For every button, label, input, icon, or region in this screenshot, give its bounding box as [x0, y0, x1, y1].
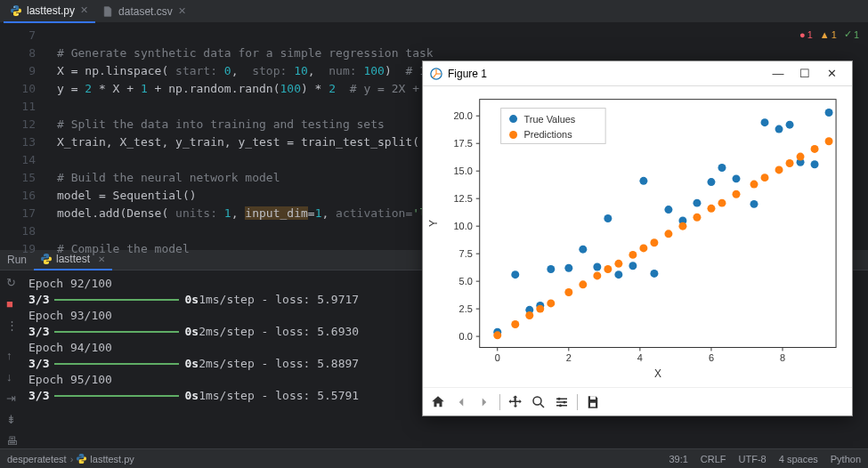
weak-warning-count[interactable]: ✓1 [844, 28, 859, 40]
svg-point-73 [664, 230, 672, 238]
svg-point-84 [811, 145, 819, 153]
wrap-icon[interactable]: ⇥ [6, 391, 19, 404]
svg-point-83 [797, 153, 805, 161]
close-icon[interactable]: ✕ [98, 254, 105, 264]
svg-text:7.5: 7.5 [459, 248, 473, 259]
svg-point-55 [775, 125, 783, 133]
up-icon[interactable]: ↑ [6, 349, 19, 361]
svg-point-79 [750, 181, 758, 189]
svg-point-50 [707, 178, 715, 186]
stop-icon[interactable]: ■ [6, 297, 19, 310]
caret-position[interactable]: 39:1 [669, 454, 687, 464]
svg-text:0.0: 0.0 [459, 331, 473, 342]
figure-window[interactable]: Figure 1 — ☐ ✕ 024680.02.55.07.510.012.5… [422, 61, 853, 416]
error-count[interactable]: ●1 [799, 29, 813, 40]
svg-rect-95 [590, 396, 596, 399]
breadcrumb-root[interactable]: desperatetest [7, 454, 67, 464]
svg-point-91 [533, 397, 541, 405]
svg-point-58 [811, 160, 819, 168]
svg-text:2.5: 2.5 [459, 303, 473, 314]
svg-text:X: X [654, 367, 661, 380]
svg-point-72 [650, 238, 658, 246]
forward-icon[interactable] [475, 392, 494, 412]
svg-point-1 [17, 13, 18, 14]
file-icon [102, 6, 113, 17]
svg-point-89 [509, 131, 517, 139]
svg-text:4: 4 [637, 352, 643, 363]
svg-point-54 [761, 118, 769, 126]
zoom-icon[interactable] [529, 392, 548, 412]
code-area[interactable]: # Generate synthetic data for a simple r… [45, 23, 461, 249]
print-icon[interactable]: 🖶 [6, 434, 19, 447]
warning-count[interactable]: ▲1 [820, 29, 837, 40]
svg-point-44 [629, 262, 637, 270]
svg-text:20.0: 20.0 [453, 110, 472, 121]
close-icon[interactable]: ✕ [178, 5, 186, 17]
svg-text:5.0: 5.0 [459, 276, 473, 286]
save-icon[interactable] [583, 392, 603, 412]
svg-point-75 [693, 214, 701, 222]
svg-text:8: 8 [780, 352, 785, 363]
svg-point-61 [511, 320, 519, 328]
tab-label: lasttest.py [27, 4, 75, 17]
tab-dataset[interactable]: dataset.csv ✕ [95, 0, 193, 23]
configure-icon[interactable] [552, 392, 572, 412]
svg-text:Predictions: Predictions [524, 129, 573, 140]
figure-toolbar [423, 387, 852, 416]
svg-point-38 [547, 265, 555, 273]
tab-lasttest[interactable]: lasttest.py ✕ [4, 0, 95, 23]
svg-point-77 [718, 199, 726, 207]
svg-point-71 [639, 244, 647, 252]
chevron-right-icon: › [70, 454, 74, 464]
svg-text:0: 0 [495, 352, 500, 363]
svg-point-66 [579, 280, 587, 288]
svg-text:12.5: 12.5 [453, 193, 472, 204]
down-icon[interactable]: ↓ [6, 370, 19, 383]
editor-tabs: lasttest.py ✕ dataset.csv ✕ [0, 0, 868, 23]
svg-point-69 [614, 260, 622, 268]
svg-text:True Values: True Values [524, 114, 576, 125]
svg-point-93 [564, 400, 566, 403]
svg-point-47 [664, 206, 672, 214]
svg-point-68 [604, 265, 612, 273]
svg-point-53 [750, 200, 758, 208]
maximize-button[interactable]: ☐ [791, 67, 818, 80]
close-icon[interactable]: ✕ [80, 4, 88, 16]
scroll-icon[interactable]: ⇟ [6, 413, 19, 425]
line-separator[interactable]: CRLF [701, 454, 726, 464]
rerun-icon[interactable]: ↻ [6, 276, 19, 288]
line-gutter: 78910111213141516171819 [0, 23, 45, 249]
svg-point-43 [614, 270, 622, 278]
language-mode[interactable]: Python [831, 454, 861, 464]
figure-titlebar[interactable]: Figure 1 — ☐ ✕ [423, 61, 852, 86]
svg-point-40 [579, 246, 587, 254]
file-encoding[interactable]: UTF-8 [739, 454, 767, 464]
back-icon[interactable] [451, 392, 471, 412]
python-icon [41, 254, 52, 264]
home-icon[interactable] [428, 392, 448, 412]
pan-icon[interactable] [506, 392, 525, 412]
breadcrumb[interactable]: desperatetest › lasttest.py [7, 454, 134, 464]
svg-text:Y: Y [427, 220, 440, 227]
more-icon[interactable]: ⋮ [6, 319, 19, 331]
svg-point-87 [509, 115, 517, 123]
svg-point-59 [825, 109, 833, 117]
inspection-widget[interactable]: ●1 ▲1 ✓1 [799, 28, 859, 40]
svg-point-74 [678, 222, 686, 230]
svg-point-92 [558, 397, 561, 399]
svg-point-60 [493, 331, 501, 339]
svg-point-76 [707, 205, 715, 213]
python-icon [11, 5, 21, 16]
breadcrumb-file[interactable]: lasttest.py [90, 454, 134, 464]
svg-text:10.0: 10.0 [453, 221, 472, 231]
svg-text:6: 6 [709, 352, 714, 363]
run-tab[interactable]: lasttest ✕ [34, 249, 112, 270]
svg-point-39 [564, 264, 572, 272]
indent-setting[interactable]: 4 spaces [779, 454, 818, 464]
svg-point-81 [775, 165, 783, 173]
svg-point-78 [732, 190, 740, 198]
close-button[interactable]: ✕ [818, 67, 845, 80]
svg-point-52 [732, 174, 740, 182]
minimize-button[interactable]: — [765, 67, 791, 80]
svg-point-70 [629, 251, 637, 259]
